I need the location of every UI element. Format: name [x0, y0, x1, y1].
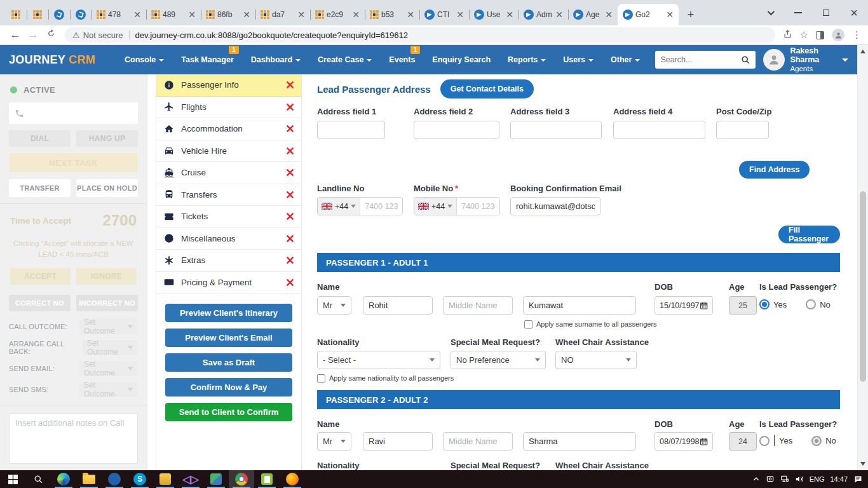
- scrollbar-thumb[interactable]: [860, 191, 866, 382]
- taskbar-visual-studio[interactable]: ◁▷: [178, 470, 203, 488]
- arrange-callback-select[interactable]: Set Outcome: [83, 340, 138, 355]
- nav-console[interactable]: Console: [125, 55, 164, 64]
- save-draft-button[interactable]: Save as Draft: [165, 353, 292, 372]
- taskbar-search-button[interactable]: [25, 470, 51, 488]
- browser-tab[interactable]: b53✕: [365, 4, 419, 25]
- remove-section-icon[interactable]: [287, 104, 294, 111]
- p2-lead-yes-radio[interactable]: [759, 436, 770, 446]
- tab-close-icon[interactable]: ✕: [297, 10, 305, 19]
- transfer-button[interactable]: TRANSFER: [9, 179, 71, 197]
- p1-lead-no-radio[interactable]: [806, 299, 816, 309]
- browser-tab[interactable]: da7✕: [255, 4, 310, 25]
- nav-users[interactable]: Users: [563, 55, 593, 64]
- tab-close-icon[interactable]: ✕: [605, 10, 613, 19]
- minimize-button[interactable]: [784, 0, 812, 25]
- tab-close-icon[interactable]: ✕: [243, 10, 250, 19]
- apply-nationality-checkbox[interactable]: [317, 374, 325, 383]
- correct-no-button[interactable]: CORRECT NO: [9, 295, 71, 311]
- brand-logo[interactable]: JOURNEY CRM: [9, 53, 95, 67]
- browser-tab[interactable]: CTI✕: [419, 4, 469, 25]
- fill-passenger-button[interactable]: Fill Passenger: [778, 226, 840, 243]
- menu-item-cruise[interactable]: Cruise: [156, 162, 301, 184]
- scroll-down-icon[interactable]: [858, 459, 868, 469]
- share-icon[interactable]: [783, 29, 792, 41]
- close-button[interactable]: ×: [840, 0, 868, 25]
- calendar-icon[interactable]: [700, 301, 708, 310]
- menu-item-transfers[interactable]: Transfers: [156, 184, 301, 207]
- p2-dob-input[interactable]: 08/07/1998: [654, 432, 713, 451]
- restore-button[interactable]: [812, 0, 840, 25]
- clock[interactable]: 14:47: [830, 475, 848, 483]
- forward-icon[interactable]: →: [24, 29, 42, 41]
- side-panel-icon[interactable]: [816, 31, 824, 39]
- address3-input[interactable]: [510, 121, 602, 139]
- p1-lead-yes-radio[interactable]: [759, 299, 770, 309]
- country-code-select[interactable]: +44: [414, 198, 457, 215]
- phone-number-input[interactable]: [9, 102, 138, 124]
- menu-item-accommodation[interactable]: Accommodation: [156, 118, 301, 140]
- tab-search-icon[interactable]: [756, 0, 784, 25]
- menu-item-extras[interactable]: Extras: [156, 250, 301, 272]
- pinned-tab[interactable]: [5, 4, 27, 25]
- taskbar-firefox[interactable]: [280, 470, 305, 488]
- postcode-input[interactable]: [716, 121, 769, 139]
- language-indicator[interactable]: ENG: [810, 475, 825, 483]
- address4-input[interactable]: [613, 121, 705, 139]
- taskbar-skype[interactable]: S: [127, 470, 153, 488]
- nav-create-case[interactable]: Create Case: [318, 55, 372, 64]
- send-to-client-button[interactable]: Send to Client to Confirm: [165, 403, 292, 421]
- remove-section-icon[interactable]: [287, 279, 294, 286]
- menu-item-pricing-payment[interactable]: Pricing & Payment: [156, 272, 301, 294]
- bookmark-icon[interactable]: ☆: [800, 29, 808, 41]
- p2-middle-name-input[interactable]: [443, 432, 513, 451]
- remove-section-icon[interactable]: [287, 169, 294, 176]
- tab-close-icon[interactable]: ✕: [352, 10, 360, 19]
- remove-section-icon[interactable]: [287, 147, 294, 154]
- hangup-button[interactable]: HANG UP: [76, 130, 138, 147]
- tab-close-icon[interactable]: ✕: [188, 10, 196, 19]
- send-sms-select[interactable]: Set Outcome: [79, 382, 138, 397]
- p1-meal-select[interactable]: No Preference: [451, 351, 546, 369]
- p2-title-select[interactable]: Mr: [317, 432, 351, 451]
- preview-email-button[interactable]: Preview Client's Email: [165, 329, 292, 347]
- tab-close-icon[interactable]: ✕: [555, 10, 563, 19]
- preview-itinerary-button[interactable]: Preview Client's Itinerary: [165, 304, 292, 322]
- tab-close-icon[interactable]: ✕: [666, 10, 674, 19]
- accept-button[interactable]: ACCEPT: [10, 268, 71, 285]
- browser-tab[interactable]: 86fb✕: [201, 4, 255, 25]
- remove-section-icon[interactable]: [287, 213, 294, 220]
- menu-item-passenger-info[interactable]: Passenger Info: [156, 74, 301, 97]
- p2-lead-no-radio[interactable]: [811, 436, 822, 446]
- url-field[interactable]: ⚠ Not secure dev.journey-crm.co.uk:8088/…: [65, 27, 775, 43]
- menu-item-tickets[interactable]: Tickets: [156, 206, 301, 228]
- remove-section-icon[interactable]: [287, 125, 294, 132]
- profile-avatar[interactable]: [832, 29, 844, 41]
- browser-tab[interactable]: 478✕: [92, 4, 146, 25]
- browser-tab[interactable]: e2c9✕: [310, 4, 365, 25]
- call-outcome-select[interactable]: Set Outcome: [79, 319, 138, 334]
- menu-item-vehicle-hire[interactable]: Vehicle Hire: [156, 140, 301, 163]
- user-menu[interactable]: Rakesh Sharma Agents: [763, 46, 848, 73]
- tab-close-icon[interactable]: ✕: [407, 10, 414, 19]
- taskbar-deploy-tool[interactable]: [203, 470, 229, 488]
- country-code-select[interactable]: +44: [318, 198, 360, 215]
- taskbar-file-explorer[interactable]: [76, 470, 102, 488]
- p1-nationality-select[interactable]: - Select -: [317, 351, 440, 369]
- menu-kebab-icon[interactable]: ⋮: [852, 29, 862, 41]
- place-on-hold-button[interactable]: PLACE ON HOLD: [76, 179, 138, 197]
- tray-network-icon[interactable]: [780, 475, 789, 484]
- new-tab-button[interactable]: +: [682, 6, 699, 23]
- tray-volume-icon[interactable]: [795, 475, 804, 484]
- address1-input[interactable]: [317, 121, 385, 139]
- booking-email-input[interactable]: [510, 197, 600, 215]
- ignore-button[interactable]: IGNORE: [76, 268, 137, 285]
- pinned-tab[interactable]: [48, 4, 70, 25]
- nav-dashboard[interactable]: Dashboard: [251, 55, 301, 64]
- reload-icon[interactable]: [42, 29, 60, 41]
- p1-dob-input[interactable]: 15/10/1997: [654, 296, 713, 315]
- back-icon[interactable]: ←: [6, 29, 24, 41]
- address2-input[interactable]: [414, 121, 499, 139]
- p2-last-name-input[interactable]: [523, 432, 636, 451]
- taskbar-notepad-plus[interactable]: [254, 470, 280, 488]
- p1-last-name-input[interactable]: [523, 296, 636, 315]
